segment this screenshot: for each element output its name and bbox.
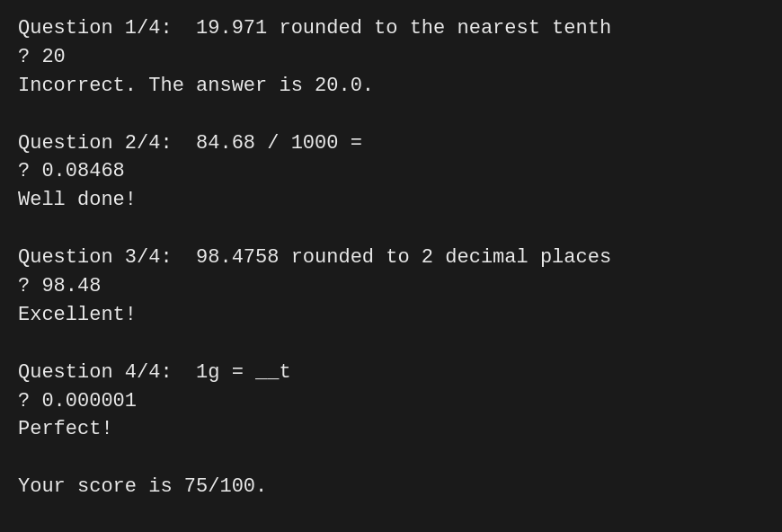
terminal-line-q4_answer: ? 0.000001: [18, 387, 764, 416]
terminal-line-blank4: [18, 444, 764, 473]
terminal-line-q2_answer: ? 0.08468: [18, 157, 764, 186]
terminal-line-blank2: [18, 215, 764, 244]
terminal-output: Question 1/4: 19.971 rounded to the near…: [18, 14, 764, 501]
terminal-line-q1_result: Incorrect. The answer is 20.0.: [18, 72, 764, 101]
terminal-line-q3_result: Excellent!: [18, 301, 764, 330]
terminal-line-q3: Question 3/4: 98.4758 rounded to 2 decim…: [18, 244, 764, 272]
terminal-line-blank1: [18, 101, 764, 129]
terminal-line-q4_result: Perfect!: [18, 415, 764, 444]
terminal-line-q2: Question 2/4: 84.68 / 1000 =: [18, 129, 764, 158]
terminal-line-score: Your score is 75/100.: [18, 473, 764, 501]
terminal-line-q2_result: Well done!: [18, 186, 764, 215]
terminal-line-q3_answer: ? 98.48: [18, 272, 764, 301]
terminal-line-q1: Question 1/4: 19.971 rounded to the near…: [18, 14, 764, 43]
terminal-line-q4: Question 4/4: 1g = __t: [18, 359, 764, 387]
terminal-line-blank3: [18, 330, 764, 359]
terminal-line-q1_answer: ? 20: [18, 43, 764, 72]
